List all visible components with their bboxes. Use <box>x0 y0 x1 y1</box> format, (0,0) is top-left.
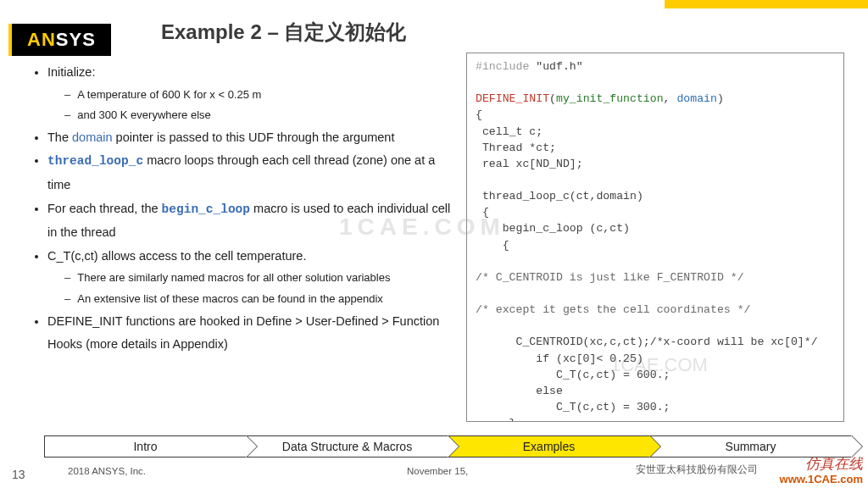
date: November 15, <box>407 466 468 476</box>
c04: { <box>476 108 482 121</box>
b5a: There are similarly named macros for all… <box>64 268 451 289</box>
b5b: An extensive list of these macros can be… <box>64 289 451 310</box>
b4-kw: begin_c_loop <box>162 202 250 216</box>
b5: C_T(c,ct) allows access to the cell temp… <box>47 249 306 263</box>
c03d: , <box>664 92 677 105</box>
b3-kw: thread_loop_c <box>47 154 143 168</box>
c05: cell_t c; <box>476 125 542 138</box>
logo: ANSYS <box>8 24 111 56</box>
bullet-threadloop: thread_loop_c macro loops through each c… <box>47 149 451 197</box>
c03e: domain <box>676 92 716 105</box>
brand-cn: 仿真在线 <box>780 456 863 473</box>
nav-chevrons: Intro Data Structure & Macros Examples S… <box>44 435 851 458</box>
code-block: #include "udf.h" DEFINE_INIT(my_init_fun… <box>466 53 844 422</box>
c03c: my_init_function <box>556 92 664 105</box>
b1b: and 300 K everywhere else <box>64 105 451 126</box>
c03a: DEFINE_INIT <box>476 92 549 105</box>
b1a: A temperature of 600 K for x < 0.25 m <box>64 85 451 106</box>
c20: C_T(c,ct) = 600.; <box>476 369 670 381</box>
logo-suffix: SYS <box>56 29 96 50</box>
b4-pre: For each thread, the <box>47 202 162 215</box>
b2-kw: domain <box>72 130 113 144</box>
c03b: ( <box>549 92 556 105</box>
brand-url: www.1CAE.com <box>780 473 863 486</box>
nav-data-structure[interactable]: Data Structure & Macros <box>246 435 448 458</box>
c12: { <box>476 239 509 252</box>
c06: Thread *ct; <box>476 141 556 154</box>
c14: /* C_CENTROID is just like F_CENTROID */ <box>476 271 744 284</box>
copyright: 2018 ANSYS, Inc. <box>68 466 146 476</box>
brand-corner: 仿真在线 www.1CAE.com <box>780 456 863 486</box>
bullet-begincloop: For each thread, the begin_c_loop macro … <box>47 197 451 245</box>
c23: } <box>476 417 515 422</box>
c07: real xc[ND_ND]; <box>476 158 583 170</box>
c22: C_T(c,ct) = 300.; <box>476 401 670 413</box>
b1: Initialize: <box>47 65 95 79</box>
nav-intro[interactable]: Intro <box>44 435 247 458</box>
c10: { <box>476 206 489 219</box>
bullet-initialize: Initialize: A temperature of 600 K for x… <box>47 61 451 126</box>
bullet-domain: The domain pointer is passed to this UDF… <box>47 126 451 150</box>
b2-pre: The <box>47 130 72 144</box>
c11: begin_c_loop (c,ct) <box>476 222 630 235</box>
body-text: Initialize: A temperature of 600 K for x… <box>27 61 451 357</box>
c16: /* except it gets the cell coordinates *… <box>476 303 750 316</box>
b2-post: pointer is passed to this UDF through th… <box>113 130 395 144</box>
logo-prefix: AN <box>27 29 56 50</box>
c01a: #include <box>476 60 529 73</box>
nav-summary[interactable]: Summary <box>649 435 852 458</box>
page-title: Example 2 – 自定义初始化 <box>161 19 406 46</box>
c21: else <box>476 385 563 397</box>
c03f: ) <box>717 92 724 105</box>
nav-examples[interactable]: Examples <box>448 435 650 458</box>
bullet-defineinit: DEFINE_INIT functions are hooked in Defi… <box>47 310 451 357</box>
footer: 13 2018 ANSYS, Inc. November 15, 安世亚太科技股… <box>0 461 868 483</box>
c18: C_CENTROID(xc,c,ct);/*x-coord will be xc… <box>476 336 818 348</box>
c09: thread_loop_c(ct,domain) <box>476 190 643 202</box>
c01b: "udf.h" <box>529 60 582 73</box>
c19: if (xc[0]< 0.25) <box>476 352 643 365</box>
accent-bar <box>665 0 868 8</box>
page-number: 13 <box>12 468 25 481</box>
bullet-ct: C_T(c,ct) allows access to the cell temp… <box>47 245 451 310</box>
org-name: 安世亚太科技股份有限公司 <box>636 463 758 476</box>
